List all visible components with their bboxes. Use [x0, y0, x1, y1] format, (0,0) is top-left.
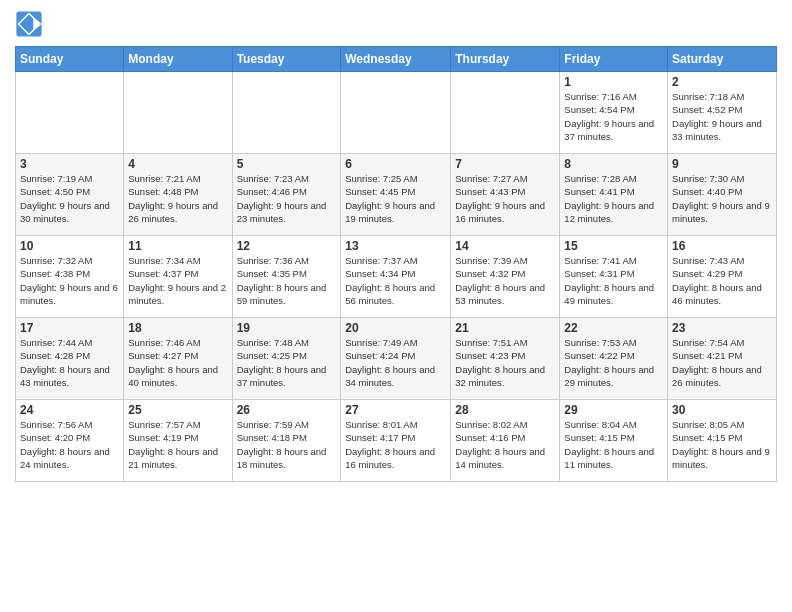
calendar-cell: 27Sunrise: 8:01 AM Sunset: 4:17 PM Dayli…: [341, 400, 451, 482]
calendar-cell: 22Sunrise: 7:53 AM Sunset: 4:22 PM Dayli…: [560, 318, 668, 400]
calendar-cell: [451, 72, 560, 154]
calendar-header-cell: Sunday: [16, 47, 124, 72]
day-info: Sunrise: 7:37 AM Sunset: 4:34 PM Dayligh…: [345, 254, 446, 307]
day-info: Sunrise: 7:39 AM Sunset: 4:32 PM Dayligh…: [455, 254, 555, 307]
day-number: 29: [564, 403, 663, 417]
day-number: 30: [672, 403, 772, 417]
day-info: Sunrise: 7:48 AM Sunset: 4:25 PM Dayligh…: [237, 336, 337, 389]
calendar-cell: 3Sunrise: 7:19 AM Sunset: 4:50 PM Daylig…: [16, 154, 124, 236]
day-info: Sunrise: 7:28 AM Sunset: 4:41 PM Dayligh…: [564, 172, 663, 225]
calendar-cell: [341, 72, 451, 154]
day-info: Sunrise: 7:57 AM Sunset: 4:19 PM Dayligh…: [128, 418, 227, 471]
day-number: 24: [20, 403, 119, 417]
day-info: Sunrise: 7:21 AM Sunset: 4:48 PM Dayligh…: [128, 172, 227, 225]
day-info: Sunrise: 7:34 AM Sunset: 4:37 PM Dayligh…: [128, 254, 227, 307]
day-info: Sunrise: 7:54 AM Sunset: 4:21 PM Dayligh…: [672, 336, 772, 389]
calendar-cell: 26Sunrise: 7:59 AM Sunset: 4:18 PM Dayli…: [232, 400, 341, 482]
day-info: Sunrise: 7:44 AM Sunset: 4:28 PM Dayligh…: [20, 336, 119, 389]
calendar-cell: 6Sunrise: 7:25 AM Sunset: 4:45 PM Daylig…: [341, 154, 451, 236]
day-info: Sunrise: 7:19 AM Sunset: 4:50 PM Dayligh…: [20, 172, 119, 225]
day-number: 14: [455, 239, 555, 253]
day-info: Sunrise: 7:30 AM Sunset: 4:40 PM Dayligh…: [672, 172, 772, 225]
day-info: Sunrise: 7:27 AM Sunset: 4:43 PM Dayligh…: [455, 172, 555, 225]
day-number: 6: [345, 157, 446, 171]
day-number: 12: [237, 239, 337, 253]
day-number: 4: [128, 157, 227, 171]
day-info: Sunrise: 7:36 AM Sunset: 4:35 PM Dayligh…: [237, 254, 337, 307]
day-number: 22: [564, 321, 663, 335]
calendar-cell: 25Sunrise: 7:57 AM Sunset: 4:19 PM Dayli…: [124, 400, 232, 482]
calendar-header-row: SundayMondayTuesdayWednesdayThursdayFrid…: [16, 47, 777, 72]
calendar-cell: 13Sunrise: 7:37 AM Sunset: 4:34 PM Dayli…: [341, 236, 451, 318]
calendar-cell: [124, 72, 232, 154]
day-info: Sunrise: 8:05 AM Sunset: 4:15 PM Dayligh…: [672, 418, 772, 471]
calendar-header-cell: Wednesday: [341, 47, 451, 72]
day-info: Sunrise: 7:43 AM Sunset: 4:29 PM Dayligh…: [672, 254, 772, 307]
calendar-cell: 21Sunrise: 7:51 AM Sunset: 4:23 PM Dayli…: [451, 318, 560, 400]
day-number: 18: [128, 321, 227, 335]
calendar-header-cell: Monday: [124, 47, 232, 72]
day-number: 16: [672, 239, 772, 253]
day-number: 9: [672, 157, 772, 171]
calendar-week-row: 10Sunrise: 7:32 AM Sunset: 4:38 PM Dayli…: [16, 236, 777, 318]
day-number: 20: [345, 321, 446, 335]
day-number: 8: [564, 157, 663, 171]
calendar-week-row: 3Sunrise: 7:19 AM Sunset: 4:50 PM Daylig…: [16, 154, 777, 236]
calendar-week-row: 24Sunrise: 7:56 AM Sunset: 4:20 PM Dayli…: [16, 400, 777, 482]
day-info: Sunrise: 7:53 AM Sunset: 4:22 PM Dayligh…: [564, 336, 663, 389]
calendar-cell: 17Sunrise: 7:44 AM Sunset: 4:28 PM Dayli…: [16, 318, 124, 400]
calendar-cell: 24Sunrise: 7:56 AM Sunset: 4:20 PM Dayli…: [16, 400, 124, 482]
day-number: 10: [20, 239, 119, 253]
calendar-cell: 30Sunrise: 8:05 AM Sunset: 4:15 PM Dayli…: [668, 400, 777, 482]
day-info: Sunrise: 7:41 AM Sunset: 4:31 PM Dayligh…: [564, 254, 663, 307]
day-info: Sunrise: 7:18 AM Sunset: 4:52 PM Dayligh…: [672, 90, 772, 143]
day-info: Sunrise: 7:16 AM Sunset: 4:54 PM Dayligh…: [564, 90, 663, 143]
calendar-week-row: 1Sunrise: 7:16 AM Sunset: 4:54 PM Daylig…: [16, 72, 777, 154]
day-number: 23: [672, 321, 772, 335]
calendar-cell: 4Sunrise: 7:21 AM Sunset: 4:48 PM Daylig…: [124, 154, 232, 236]
day-number: 26: [237, 403, 337, 417]
day-info: Sunrise: 8:01 AM Sunset: 4:17 PM Dayligh…: [345, 418, 446, 471]
day-info: Sunrise: 7:23 AM Sunset: 4:46 PM Dayligh…: [237, 172, 337, 225]
day-info: Sunrise: 7:32 AM Sunset: 4:38 PM Dayligh…: [20, 254, 119, 307]
calendar-cell: 5Sunrise: 7:23 AM Sunset: 4:46 PM Daylig…: [232, 154, 341, 236]
day-number: 5: [237, 157, 337, 171]
day-number: 13: [345, 239, 446, 253]
calendar-cell: 20Sunrise: 7:49 AM Sunset: 4:24 PM Dayli…: [341, 318, 451, 400]
day-number: 2: [672, 75, 772, 89]
calendar-cell: 14Sunrise: 7:39 AM Sunset: 4:32 PM Dayli…: [451, 236, 560, 318]
day-number: 21: [455, 321, 555, 335]
calendar-header-cell: Saturday: [668, 47, 777, 72]
calendar-cell: 28Sunrise: 8:02 AM Sunset: 4:16 PM Dayli…: [451, 400, 560, 482]
calendar-cell: 11Sunrise: 7:34 AM Sunset: 4:37 PM Dayli…: [124, 236, 232, 318]
day-number: 3: [20, 157, 119, 171]
header-area: [15, 10, 777, 38]
day-number: 11: [128, 239, 227, 253]
calendar-body: 1Sunrise: 7:16 AM Sunset: 4:54 PM Daylig…: [16, 72, 777, 482]
calendar-cell: 2Sunrise: 7:18 AM Sunset: 4:52 PM Daylig…: [668, 72, 777, 154]
calendar-cell: 29Sunrise: 8:04 AM Sunset: 4:15 PM Dayli…: [560, 400, 668, 482]
day-info: Sunrise: 7:56 AM Sunset: 4:20 PM Dayligh…: [20, 418, 119, 471]
calendar-header-cell: Friday: [560, 47, 668, 72]
day-number: 15: [564, 239, 663, 253]
calendar-cell: 18Sunrise: 7:46 AM Sunset: 4:27 PM Dayli…: [124, 318, 232, 400]
calendar-cell: 1Sunrise: 7:16 AM Sunset: 4:54 PM Daylig…: [560, 72, 668, 154]
calendar-cell: 9Sunrise: 7:30 AM Sunset: 4:40 PM Daylig…: [668, 154, 777, 236]
calendar-cell: 16Sunrise: 7:43 AM Sunset: 4:29 PM Dayli…: [668, 236, 777, 318]
calendar-cell: [16, 72, 124, 154]
day-number: 7: [455, 157, 555, 171]
calendar-cell: 19Sunrise: 7:48 AM Sunset: 4:25 PM Dayli…: [232, 318, 341, 400]
day-info: Sunrise: 8:02 AM Sunset: 4:16 PM Dayligh…: [455, 418, 555, 471]
day-number: 17: [20, 321, 119, 335]
day-info: Sunrise: 7:25 AM Sunset: 4:45 PM Dayligh…: [345, 172, 446, 225]
calendar-cell: 8Sunrise: 7:28 AM Sunset: 4:41 PM Daylig…: [560, 154, 668, 236]
day-info: Sunrise: 7:51 AM Sunset: 4:23 PM Dayligh…: [455, 336, 555, 389]
day-info: Sunrise: 7:46 AM Sunset: 4:27 PM Dayligh…: [128, 336, 227, 389]
day-number: 28: [455, 403, 555, 417]
day-info: Sunrise: 8:04 AM Sunset: 4:15 PM Dayligh…: [564, 418, 663, 471]
day-info: Sunrise: 7:49 AM Sunset: 4:24 PM Dayligh…: [345, 336, 446, 389]
calendar-header-cell: Thursday: [451, 47, 560, 72]
day-number: 27: [345, 403, 446, 417]
calendar-cell: 7Sunrise: 7:27 AM Sunset: 4:43 PM Daylig…: [451, 154, 560, 236]
calendar-cell: 15Sunrise: 7:41 AM Sunset: 4:31 PM Dayli…: [560, 236, 668, 318]
